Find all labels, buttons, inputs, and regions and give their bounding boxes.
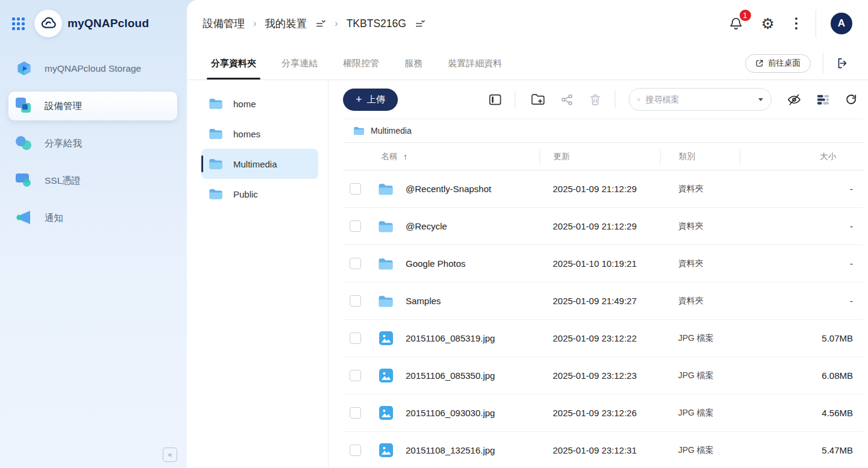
tab-3[interactable]: 服務 bbox=[404, 47, 423, 80]
tree-folder-label: home bbox=[233, 99, 256, 109]
row-checkbox[interactable] bbox=[350, 332, 361, 344]
file-updated: 2025-01-09 23:12:23 bbox=[539, 370, 660, 381]
tab-0[interactable]: 分享資料夾 bbox=[211, 47, 256, 80]
tree-folder-item[interactable]: homes bbox=[201, 119, 318, 149]
column-header-name[interactable]: 名稱 ↑ bbox=[371, 151, 539, 162]
file-name: @Recently-Snapshot bbox=[401, 184, 539, 194]
notification-megaphone-icon bbox=[16, 210, 34, 226]
refresh-icon[interactable] bbox=[845, 93, 857, 105]
file-type: JPG 檔案 bbox=[660, 445, 740, 456]
tab-4[interactable]: 裝置詳細資料 bbox=[448, 47, 502, 80]
sidebar-item-label: 設備管理 bbox=[45, 100, 82, 113]
share-icon[interactable] bbox=[561, 93, 573, 106]
sidebar-item-notifications[interactable]: 通知 bbox=[8, 204, 177, 232]
logo-row: myQNAPcloud bbox=[0, 8, 187, 39]
current-path-label[interactable]: Multimedia bbox=[371, 126, 412, 136]
folder-icon bbox=[209, 188, 223, 200]
image-file-icon bbox=[379, 331, 394, 346]
goto-desktop-button[interactable]: 前往桌面 bbox=[745, 54, 811, 73]
ssl-certificate-icon bbox=[16, 172, 34, 189]
search-input[interactable] bbox=[646, 95, 755, 104]
divider bbox=[615, 90, 615, 108]
table-row[interactable]: @Recently-Snapshot 2025-01-09 21:12:29 資… bbox=[343, 170, 863, 208]
current-path-row: Multimedia bbox=[343, 119, 863, 143]
notifications-bell-button[interactable]: 1 bbox=[729, 16, 743, 31]
hidden-files-toggle-icon[interactable] bbox=[787, 93, 801, 106]
file-name: Google Photos bbox=[401, 258, 539, 269]
table-row[interactable]: @Recycle 2025-01-09 21:12:29 資料夾 - bbox=[343, 208, 863, 245]
upload-button[interactable]: + 上傳 bbox=[343, 89, 398, 111]
file-name: @Recycle bbox=[401, 221, 539, 231]
list-view-icon[interactable] bbox=[817, 94, 829, 105]
create-folder-icon[interactable] bbox=[531, 93, 545, 105]
row-checkbox[interactable] bbox=[350, 407, 361, 419]
sidebar-item-ssl[interactable]: SSL憑證 bbox=[8, 166, 177, 195]
table-row[interactable]: Samples 2025-01-09 21:49:27 資料夾 - bbox=[343, 282, 863, 320]
file-name: 20151106_093030.jpg bbox=[401, 408, 539, 418]
sidebar-collapse-button[interactable]: « bbox=[163, 448, 177, 462]
file-name: 20151108_132516.jpg bbox=[401, 445, 539, 455]
file-type: 資料夾 bbox=[660, 184, 740, 195]
column-header-type[interactable]: 類別 bbox=[660, 149, 740, 164]
delete-trash-icon[interactable] bbox=[589, 93, 602, 106]
main-header: 設備管理 › 我的裝置 › TKBTS216G bbox=[187, 0, 868, 47]
external-link-icon bbox=[755, 59, 764, 67]
file-updated: 2025-01-09 23:12:31 bbox=[539, 445, 660, 455]
breadcrumb-device-management[interactable]: 設備管理 bbox=[203, 16, 245, 31]
search-filter-caret-icon[interactable] bbox=[758, 98, 763, 101]
more-options-kebab-icon[interactable] bbox=[793, 15, 800, 32]
main-panel: 設備管理 › 我的裝置 › TKBTS216G bbox=[187, 0, 868, 468]
row-checkbox[interactable] bbox=[350, 370, 361, 381]
row-checkbox[interactable] bbox=[350, 220, 361, 232]
breadcrumb-separator: › bbox=[335, 18, 338, 29]
table-row[interactable]: 20151108_132516.jpg 2025-01-09 23:12:31 … bbox=[343, 432, 863, 468]
folder-icon bbox=[378, 257, 394, 270]
column-header-updated[interactable]: 更新 bbox=[539, 149, 660, 164]
plus-icon: + bbox=[356, 94, 362, 105]
image-file-icon bbox=[379, 368, 394, 383]
tree-folder-item[interactable]: home bbox=[201, 89, 318, 119]
file-updated: 2025-01-09 21:12:29 bbox=[539, 184, 660, 194]
tree-folder-item[interactable]: Multimedia bbox=[201, 149, 318, 179]
folder-icon bbox=[378, 220, 394, 233]
app-grid-icon[interactable] bbox=[12, 17, 25, 30]
details-panel-toggle-icon[interactable] bbox=[489, 94, 502, 105]
folder-tree: home homes Multimedia Public bbox=[187, 80, 329, 468]
table-row[interactable]: 20151106_085350.jpg 2025-01-09 23:12:23 … bbox=[343, 357, 863, 395]
file-size: - bbox=[740, 296, 863, 306]
file-type: JPG 檔案 bbox=[660, 370, 740, 381]
sidebar-item-label: 分享給我 bbox=[45, 137, 82, 150]
tab-row-actions: 前往桌面 bbox=[745, 53, 854, 73]
logout-icon[interactable] bbox=[835, 57, 849, 70]
table-row[interactable]: 20151106_085319.jpg 2025-01-09 23:12:22 … bbox=[343, 320, 863, 357]
column-header-size[interactable]: 大小 bbox=[740, 149, 863, 164]
device-list-dropdown-icon[interactable] bbox=[315, 19, 326, 28]
sidebar-item-storage[interactable]: myQNAPcloud Storage bbox=[8, 54, 177, 83]
row-checkbox[interactable] bbox=[350, 258, 361, 269]
file-size: 6.08MB bbox=[740, 370, 863, 381]
tab-1[interactable]: 分享連結 bbox=[281, 47, 318, 80]
tree-folder-label: homes bbox=[233, 129, 260, 139]
sidebar-item-device-management[interactable]: 設備管理 bbox=[8, 92, 177, 120]
avatar[interactable]: A bbox=[831, 13, 852, 34]
sidebar-item-shared-with-me[interactable]: 分享給我 bbox=[8, 129, 177, 158]
file-type: 資料夾 bbox=[660, 258, 740, 269]
divider bbox=[515, 90, 515, 108]
tab-2[interactable]: 權限控管 bbox=[343, 47, 379, 80]
tree-folder-item[interactable]: Public bbox=[201, 179, 318, 209]
qnap-cloud-logo-icon bbox=[34, 10, 62, 37]
table-row[interactable]: 20151106_093030.jpg 2025-01-09 23:12:26 … bbox=[343, 395, 863, 432]
table-row[interactable]: Google Photos 2025-01-10 10:19:21 資料夾 - bbox=[343, 245, 863, 282]
settings-gear-icon[interactable]: ⚙ bbox=[761, 16, 775, 31]
breadcrumb: 設備管理 › 我的裝置 › TKBTS216G bbox=[203, 16, 426, 31]
shared-with-me-icon bbox=[16, 135, 34, 152]
row-checkbox[interactable] bbox=[350, 295, 361, 307]
row-checkbox[interactable] bbox=[350, 445, 361, 456]
breadcrumb-device-name[interactable]: TKBTS216G bbox=[347, 17, 406, 30]
table-header: 名稱 ↑ 更新 類別 大小 bbox=[343, 143, 863, 170]
content: home homes Multimedia Public + 上傳 bbox=[187, 80, 868, 468]
row-checkbox[interactable] bbox=[350, 183, 361, 195]
sidebar-item-label: SSL憑證 bbox=[45, 175, 81, 187]
device-list-dropdown-icon[interactable] bbox=[415, 19, 426, 28]
breadcrumb-my-devices[interactable]: 我的裝置 bbox=[265, 16, 307, 31]
